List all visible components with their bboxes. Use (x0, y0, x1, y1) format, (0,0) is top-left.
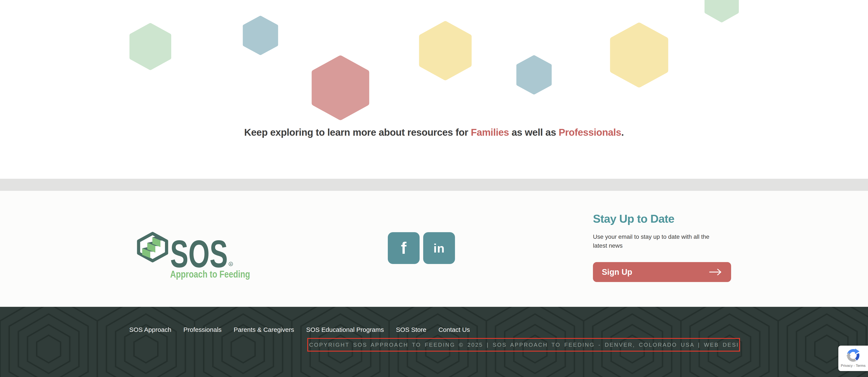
sos-logo[interactable]: SOS R Approach to Feeding (137, 232, 251, 280)
recaptcha-icon (845, 347, 861, 363)
recaptcha-privacy-terms[interactable]: Privacy - Terms (841, 364, 866, 368)
footer-link-parents-caregivers[interactable]: Parents & Caregivers (234, 325, 294, 335)
professionals-link[interactable]: Professionals (559, 127, 621, 138)
newsletter-description-line2: latest news (593, 241, 709, 250)
sign-up-button[interactable]: Sign Up (593, 262, 731, 282)
red-hexagon-decoration (311, 55, 370, 121)
blue-hexagon-decoration (242, 16, 278, 55)
green-hexagon-decoration (129, 23, 172, 70)
footer-nav: SOS Approach Professionals Parents & Car… (129, 325, 470, 335)
section-divider (0, 179, 868, 191)
hero-section: Keep exploring to learn more about resou… (0, 0, 868, 179)
sign-up-label: Sign Up (602, 268, 632, 277)
footer-link-professionals[interactable]: Professionals (183, 325, 221, 335)
linkedin-icon: in (433, 241, 445, 255)
footer-upper-section: SOS R Approach to Feeding f in Stay Up t… (0, 191, 868, 307)
headline-text-prefix: Keep exploring to learn more about resou… (244, 127, 471, 138)
newsletter-description-line1: Use your email to stay up to date with a… (593, 232, 709, 241)
page: Keep exploring to learn more about resou… (0, 0, 868, 377)
hero-headline: Keep exploring to learn more about resou… (0, 125, 868, 139)
linkedin-button[interactable]: in (423, 232, 455, 264)
facebook-icon: f (401, 238, 406, 258)
footer-link-contact-us[interactable]: Contact Us (438, 325, 470, 335)
arrow-right-icon (709, 268, 722, 276)
families-link[interactable]: Families (471, 127, 509, 138)
copyright-text: COPYRIGHT SOS APPROACH TO FEEDING © 2025… (308, 342, 740, 348)
footer-link-educational-programs[interactable]: SOS Educational Programs (306, 325, 384, 335)
footer-bottom-bar: SOS Approach Professionals Parents & Car… (0, 307, 868, 377)
logo-tagline: Approach to Feeding (170, 268, 250, 280)
recaptcha-badge[interactable]: Privacy - Terms (838, 346, 868, 371)
green-hexagon-decoration-cut (704, 0, 739, 23)
headline-text-suffix: . (621, 127, 624, 138)
yellow-hexagon-decoration-2 (610, 22, 669, 88)
footer-link-sos-store[interactable]: SOS Store (396, 325, 426, 335)
copyright-annotation-box: COPYRIGHT SOS APPROACH TO FEEDING © 2025… (307, 338, 740, 352)
facebook-button[interactable]: f (388, 232, 420, 264)
newsletter-heading: Stay Up to Date (593, 212, 674, 225)
blue-hexagon-decoration-2 (516, 55, 552, 95)
headline-text-middle: as well as (509, 127, 559, 138)
footer-link-sos-approach[interactable]: SOS Approach (129, 325, 171, 335)
registered-mark-letter: R (230, 263, 231, 265)
yellow-hexagon-decoration (418, 21, 472, 81)
newsletter-description: Use your email to stay up to date with a… (593, 232, 709, 250)
recaptcha-content: Privacy - Terms (838, 346, 868, 368)
